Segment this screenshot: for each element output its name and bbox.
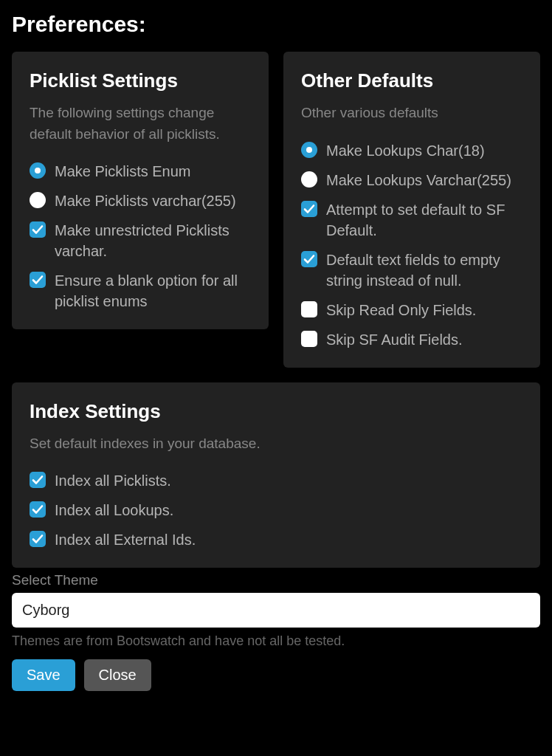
checkbox-input[interactable]	[30, 501, 46, 518]
checkbox-input[interactable]	[30, 272, 46, 288]
option-row[interactable]: Make unrestricted Picklists varchar.	[30, 220, 251, 261]
option-label: Default text fields to empty string inst…	[326, 250, 522, 291]
option-row[interactable]: Default text fields to empty string inst…	[301, 250, 522, 291]
check-icon	[301, 201, 317, 217]
option-label: Index all Picklists.	[55, 470, 171, 491]
theme-label: Select Theme	[12, 572, 540, 588]
checkbox-input[interactable]	[301, 201, 317, 217]
option-label: Ensure a blank option for all picklist e…	[55, 270, 251, 312]
radio-input[interactable]	[301, 142, 317, 158]
option-label: Make Lookups Char(18)	[326, 140, 485, 161]
check-icon	[30, 472, 46, 488]
picklist-settings-title: Picklist Settings	[30, 69, 251, 92]
option-row[interactable]: Skip Read Only Fields.	[301, 300, 522, 320]
option-row[interactable]: Index all Picklists.	[30, 470, 522, 491]
option-label: Make Picklists Enum	[55, 161, 191, 182]
index-settings-title: Index Settings	[30, 400, 522, 423]
checkbox-input[interactable]	[30, 472, 46, 488]
checkbox-input[interactable]	[301, 301, 317, 317]
index-options: Index all Picklists.Index all Lookups.In…	[30, 470, 522, 550]
close-button[interactable]: Close	[84, 659, 151, 691]
checkbox-input[interactable]	[30, 221, 46, 238]
other-defaults-card: Other Defaults Other various defaults Ma…	[283, 52, 540, 368]
option-label: Make Picklists varchar(255)	[55, 190, 236, 211]
option-label: Skip SF Audit Fields.	[326, 329, 463, 350]
check-icon	[30, 531, 46, 547]
option-label: Make unrestricted Picklists varchar.	[55, 220, 251, 261]
theme-hint: Themes are from Bootswatch and have not …	[12, 633, 540, 649]
option-label: Index all External Ids.	[55, 529, 196, 550]
picklist-settings-desc: The following settings change default be…	[30, 103, 251, 145]
option-row[interactable]: Make Picklists varchar(255)	[30, 190, 251, 211]
option-row[interactable]: Index all Lookups.	[30, 500, 522, 520]
radio-input[interactable]	[30, 192, 46, 208]
option-row[interactable]: Make Lookups Char(18)	[301, 140, 522, 161]
other-defaults-title: Other Defaults	[301, 69, 522, 92]
option-label: Make Lookups Varchar(255)	[326, 170, 511, 190]
other-options: Make Lookups Char(18)Make Lookups Varcha…	[301, 140, 522, 350]
check-icon	[30, 272, 46, 288]
option-row[interactable]: Index all External Ids.	[30, 529, 522, 550]
theme-select[interactable]	[12, 593, 540, 628]
checkbox-input[interactable]	[30, 531, 46, 547]
check-icon	[30, 221, 46, 238]
option-label: Attempt to set default to SF Default.	[326, 199, 522, 241]
option-row[interactable]: Ensure a blank option for all picklist e…	[30, 270, 251, 312]
option-row[interactable]: Make Lookups Varchar(255)	[301, 170, 522, 190]
option-label: Skip Read Only Fields.	[326, 300, 476, 320]
radio-input[interactable]	[30, 162, 46, 179]
option-row[interactable]: Skip SF Audit Fields.	[301, 329, 522, 350]
index-settings-card: Index Settings Set default indexes in yo…	[12, 382, 540, 568]
checkbox-input[interactable]	[301, 331, 317, 347]
save-button[interactable]: Save	[12, 659, 75, 691]
check-icon	[301, 251, 317, 267]
checkbox-input[interactable]	[301, 251, 317, 267]
option-row[interactable]: Attempt to set default to SF Default.	[301, 199, 522, 241]
option-label: Index all Lookups.	[55, 500, 173, 520]
option-row[interactable]: Make Picklists Enum	[30, 161, 251, 182]
other-defaults-desc: Other various defaults	[301, 103, 522, 124]
index-settings-desc: Set default indexes in your database.	[30, 433, 522, 455]
picklist-settings-card: Picklist Settings The following settings…	[12, 52, 269, 329]
check-icon	[30, 501, 46, 518]
picklist-options: Make Picklists EnumMake Picklists varcha…	[30, 161, 251, 312]
page-title: Preferences:	[12, 12, 540, 37]
radio-input[interactable]	[301, 171, 317, 188]
